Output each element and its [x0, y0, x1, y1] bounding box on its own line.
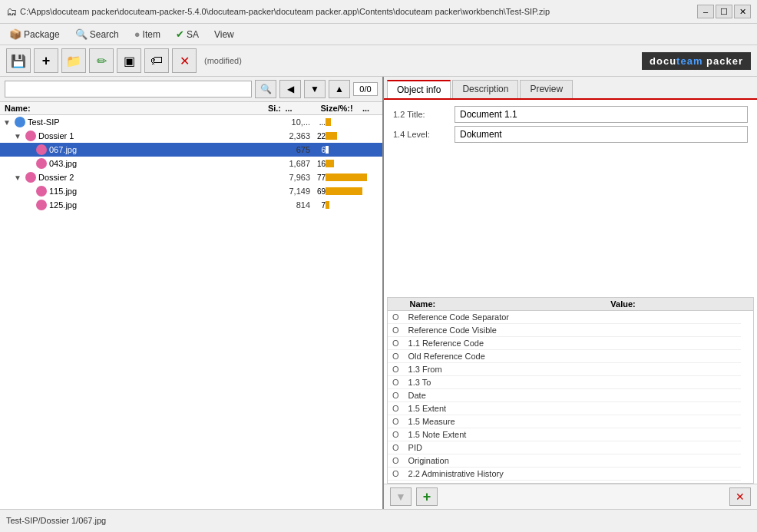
table-row[interactable]: O1.1 Reference Code	[388, 337, 753, 350]
fields-table: Name: Value: OReference Code SeparatorOR…	[388, 298, 753, 484]
nav-prev-button[interactable]: ◀	[279, 80, 301, 98]
field-o-cell: O	[388, 389, 404, 402]
fields-table-container: Name: Value: OReference Code SeparatorOR…	[387, 297, 754, 484]
status-bar: Test-SIP/Dossier 1/067.jpg	[0, 509, 757, 530]
field-o-cell: O	[388, 376, 404, 389]
field-value-cell	[604, 402, 741, 415]
tree-item-label: 043.jpg	[49, 159, 272, 168]
field-name-cell: 2.2 Administrative History	[404, 468, 605, 481]
field-value-cell	[604, 389, 741, 402]
chevron-up-icon: ▲	[335, 84, 344, 94]
tree-item-size: 2,363	[272, 131, 310, 140]
field-name-cell: Reference Code Visible	[404, 324, 605, 337]
tree-row-test-sip[interactable]: ▼Test-SIP10,......	[0, 115, 382, 129]
tag-button[interactable]: 🏷	[144, 48, 169, 73]
nav-down-button[interactable]: ▼	[304, 80, 326, 98]
tree-item-size: 10,...	[272, 117, 310, 127]
search-input[interactable]	[5, 81, 252, 97]
right-bottom-down-button[interactable]: ▼	[390, 487, 412, 506]
tab-description[interactable]: Description	[452, 80, 518, 98]
nav-up-button[interactable]: ▲	[329, 80, 350, 98]
tree-item-count: 69	[310, 187, 326, 196]
table-row[interactable]: OOld Reference Code	[388, 350, 753, 363]
table-row[interactable]: OReference Code Visible	[388, 324, 753, 337]
menu-view-label: View	[214, 29, 234, 40]
title-field-input[interactable]	[455, 106, 748, 123]
tree-expand-icon: ▼	[14, 132, 23, 140]
tree-item-icon	[36, 186, 47, 197]
add-icon: +	[42, 53, 51, 69]
square-icon: ▣	[124, 54, 135, 68]
tree-header-ext: ...	[362, 104, 378, 113]
table-row[interactable]: O1.3 From	[388, 363, 753, 376]
form-row-title: 1.2 Title:	[393, 106, 748, 123]
tree-item-count: 16	[310, 160, 326, 168]
minimize-button[interactable]: –	[697, 5, 714, 18]
right-bottom-close-button[interactable]: ✕	[729, 487, 751, 506]
search-bar: 🔍 ◀ ▼ ▲ 0/0	[0, 77, 382, 102]
tree-item-count: 7	[310, 201, 326, 210]
menu-item[interactable]: ● Item	[131, 27, 164, 41]
logo-docu: docu	[650, 55, 676, 67]
table-row[interactable]: OPID	[388, 441, 753, 454]
tree-item-bar	[326, 118, 379, 126]
field-value-cell	[604, 428, 741, 441]
right-bottom-add-button[interactable]: +	[416, 487, 438, 506]
delete-button[interactable]: ✕	[172, 48, 197, 73]
menu-search[interactable]: 🔍 Search	[72, 27, 122, 41]
table-row[interactable]: O1.5 Extent	[388, 402, 753, 415]
tree-item-bar	[326, 132, 379, 140]
tab-preview[interactable]: Preview	[520, 80, 573, 98]
window-controls: – ☐ ✕	[697, 5, 751, 18]
field-name-cell: Reference Code Separator	[404, 311, 605, 324]
field-name-cell: 1.5 Extent	[404, 402, 605, 415]
table-row[interactable]: O1.5 Measure	[388, 415, 753, 428]
tree-header-sizepct: Size/%:	[296, 104, 350, 113]
table-row[interactable]: OReference Code Separator	[388, 311, 753, 324]
edit-button[interactable]: ✏	[89, 48, 114, 73]
tree-header-name: Name:	[5, 104, 243, 113]
tree-item-count: 6	[310, 146, 326, 154]
field-value-cell	[604, 324, 741, 337]
tree-row-043jpg[interactable]: 043.jpg1,68716	[0, 157, 382, 170]
close-button[interactable]: ✕	[734, 5, 751, 18]
tree-item-label: 067.jpg	[49, 145, 272, 154]
menu-sa[interactable]: ✔ SA	[173, 27, 202, 41]
table-row[interactable]: ODate	[388, 389, 753, 402]
tree-item-icon	[15, 117, 25, 127]
search-magnify-button[interactable]: 🔍	[255, 80, 276, 98]
field-name-cell: PID	[404, 441, 605, 454]
title-path: 🗂 C:\Apps\docuteam packer\docuteam-packe…	[6, 5, 550, 18]
search-icon: 🔍	[75, 28, 88, 40]
table-row[interactable]: O2.2 Administrative History	[388, 468, 753, 481]
add-button[interactable]: +	[34, 48, 58, 73]
menu-view[interactable]: View	[211, 28, 237, 41]
table-row[interactable]: O1.3 To	[388, 376, 753, 389]
menu-package[interactable]: 📦 Package	[6, 27, 63, 41]
menu-package-label: Package	[24, 29, 60, 40]
col-header-o	[388, 298, 404, 311]
square-button[interactable]: ▣	[117, 48, 141, 73]
tree-item-label: 125.jpg	[49, 200, 272, 210]
table-row[interactable]: OOrigination	[388, 454, 753, 468]
tab-object-info[interactable]: Object info	[387, 80, 451, 98]
maximize-button[interactable]: ☐	[716, 5, 732, 18]
tree-row-125jpg[interactable]: 125.jpg8147	[0, 198, 382, 212]
tree-item-count: ...	[310, 118, 326, 127]
table-row[interactable]: O1.5 Note Extent	[388, 428, 753, 441]
tree-row-dossier-1[interactable]: ▼Dossier 12,36322	[0, 129, 382, 143]
field-o-cell: O	[388, 468, 404, 481]
tree-item-size: 814	[272, 200, 310, 210]
level-field-input[interactable]	[455, 126, 748, 143]
tree-row-115jpg[interactable]: 115.jpg7,14969	[0, 184, 382, 198]
tree-item-bar	[326, 173, 379, 181]
folder-button[interactable]: 📁	[61, 48, 86, 73]
item-icon: ●	[134, 28, 140, 40]
logo-team: team	[676, 55, 702, 67]
tree-row-dossier-2[interactable]: ▼Dossier 27,96377	[0, 170, 382, 184]
delete-icon: ✕	[180, 54, 190, 68]
chevron-left-icon: ◀	[287, 84, 294, 94]
field-o-cell: O	[388, 311, 404, 324]
tree-row-067jpg[interactable]: 067.jpg6756	[0, 143, 382, 157]
save-button[interactable]: 💾	[6, 48, 31, 73]
